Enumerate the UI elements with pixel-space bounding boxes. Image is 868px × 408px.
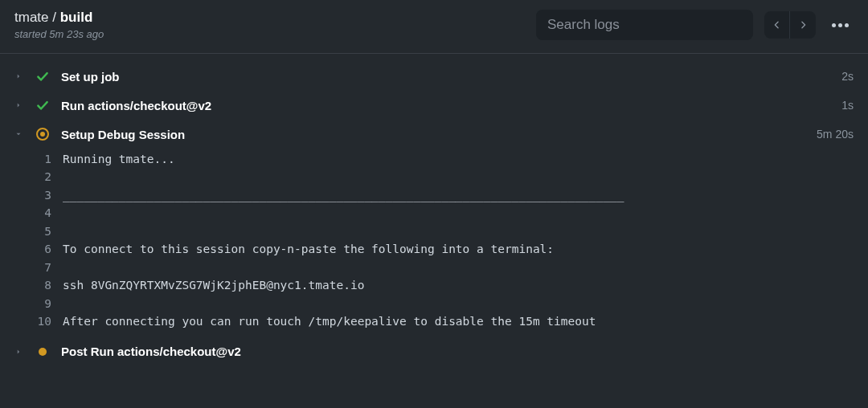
dot-icon xyxy=(845,23,849,27)
log-text[interactable]: ________________________________________… xyxy=(63,186,624,204)
started-time: started 5m 23s ago xyxy=(14,28,104,40)
log-line: 5 xyxy=(0,222,868,240)
line-number: 2 xyxy=(34,168,51,186)
check-icon xyxy=(35,98,50,112)
step-name: Run actions/checkout@v2 xyxy=(61,99,830,112)
step-row[interactable]: Run actions/checkout@v2 1s xyxy=(0,91,868,120)
log-line: 10After connecting you can run touch /tm… xyxy=(0,312,868,330)
search-input[interactable] xyxy=(536,10,753,40)
log-text[interactable]: ssh 8VGnZQYRTXMvZSG7WjK2jphEB@nyc1.tmate… xyxy=(63,276,364,294)
chevron-right-icon xyxy=(14,101,24,109)
header: tmate / build started 5m 23s ago xyxy=(0,0,868,54)
breadcrumb-prefix[interactable]: tmate xyxy=(14,10,49,25)
chevron-right-icon xyxy=(14,72,24,80)
log-line: 2 xyxy=(0,168,868,186)
log-line: 7 xyxy=(0,259,868,276)
chevron-left-icon xyxy=(772,19,783,31)
log-output: 1Running tmate... 2 3___________________… xyxy=(0,149,868,337)
breadcrumb-sep: / xyxy=(49,10,60,25)
line-number: 6 xyxy=(34,240,51,258)
steps-list: Set up job 2s Run actions/checkout@v2 1s… xyxy=(0,54,868,366)
dot-icon xyxy=(838,23,842,27)
more-menu-button[interactable] xyxy=(827,18,854,32)
log-text[interactable]: After connecting you can run touch /tmp/… xyxy=(63,312,596,330)
line-number: 5 xyxy=(34,222,51,240)
header-left: tmate / build started 5m 23s ago xyxy=(14,10,104,40)
log-line: 9 xyxy=(0,295,868,312)
log-line: 8ssh 8VGnZQYRTXMvZSG7WjK2jphEB@nyc1.tmat… xyxy=(0,276,868,294)
step-row[interactable]: Post Run actions/checkout@v2 xyxy=(0,337,868,366)
chevron-right-icon xyxy=(797,19,809,31)
line-number: 1 xyxy=(34,150,51,168)
queued-icon xyxy=(35,345,50,359)
nav-buttons xyxy=(764,11,816,39)
chevron-down-icon xyxy=(14,130,24,138)
step-row[interactable]: Setup Debug Session 5m 20s xyxy=(0,120,868,149)
chevron-right-icon xyxy=(14,348,24,356)
prev-button[interactable] xyxy=(764,11,790,39)
step-row[interactable]: Set up job 2s xyxy=(0,62,868,91)
dot-icon xyxy=(832,23,836,27)
log-line: 4 xyxy=(0,204,868,222)
breadcrumb: tmate / build xyxy=(14,10,104,26)
next-button[interactable] xyxy=(790,11,816,39)
line-number: 3 xyxy=(34,186,51,204)
step-name: Post Run actions/checkout@v2 xyxy=(61,345,842,358)
log-line: 6To connect to this session copy-n-paste… xyxy=(0,240,868,258)
step-duration: 2s xyxy=(841,70,854,83)
line-number: 7 xyxy=(34,259,51,276)
breadcrumb-current[interactable]: build xyxy=(60,10,93,25)
line-number: 10 xyxy=(34,312,51,330)
log-text[interactable]: Running tmate... xyxy=(63,150,175,168)
log-text[interactable]: To connect to this session copy-n-paste … xyxy=(63,240,554,258)
running-icon xyxy=(35,127,50,141)
step-name: Setup Debug Session xyxy=(61,128,805,141)
line-number: 4 xyxy=(34,204,51,222)
line-number: 8 xyxy=(34,276,51,294)
log-line: 1Running tmate... xyxy=(0,150,868,168)
check-icon xyxy=(35,69,50,84)
step-name: Set up job xyxy=(61,70,830,84)
step-duration: 1s xyxy=(841,99,854,112)
step-duration: 5m 20s xyxy=(817,128,854,141)
log-line: 3_______________________________________… xyxy=(0,186,868,204)
header-right xyxy=(536,10,854,40)
line-number: 9 xyxy=(34,295,51,312)
